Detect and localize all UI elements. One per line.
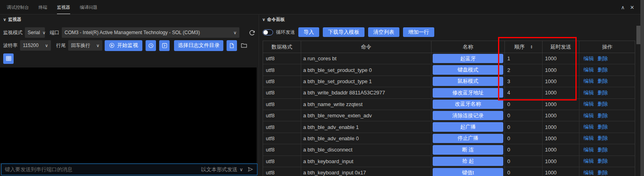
command-name-button[interactable]: 拾 起 [433, 157, 503, 166]
cell-delay: 1000 [543, 64, 579, 76]
tab-monitor[interactable]: 监视器 [57, 0, 70, 14]
command-name-button[interactable]: 修改蓝牙地址 [433, 88, 503, 97]
boxed-chevron-right-icon [162, 43, 168, 49]
cell-command: a bth_keyboard_input 0x17 [301, 167, 431, 176]
import-button[interactable]: 导入 [298, 27, 319, 37]
cell-operation: 编辑 删除 [579, 110, 635, 121]
tab-debug-console[interactable]: 调试控制台 [7, 0, 29, 14]
command-name-button[interactable]: 停止广播 [433, 134, 503, 143]
cell-delay: 1000 [543, 133, 579, 144]
command-name-button[interactable]: 鼠标模式 [433, 77, 503, 86]
log-file-button[interactable] [227, 40, 237, 51]
serial-message-input-row: 以文本形式发送 ∨ [1, 164, 257, 175]
delete-link[interactable]: 删除 [597, 169, 608, 176]
delete-link[interactable]: 删除 [597, 135, 608, 142]
edit-link[interactable]: 编辑 [583, 123, 594, 131]
close-panel-icon[interactable]: ✕ [630, 4, 634, 10]
toggle-knob [263, 30, 268, 35]
collapse-icon[interactable]: ∨ [262, 17, 265, 22]
command-name-button[interactable]: 起广播 [433, 122, 503, 131]
sort-icon[interactable]: ▲▼ [531, 45, 533, 49]
port-select[interactable]: COM3 - Intel(R) Active Management Techno… [62, 27, 239, 38]
command-name-button[interactable]: 断 连 [433, 145, 503, 154]
cell-delay: 1000 [543, 99, 579, 110]
maximize-panel-icon[interactable]: ∧ [621, 4, 625, 10]
chevron-down-icon: ∨ [239, 167, 243, 172]
serial-message-input[interactable] [5, 166, 201, 172]
tab-compile-problems[interactable]: 编译问题 [80, 0, 97, 14]
delete-link[interactable]: 删除 [597, 123, 608, 131]
cell-order: 1 [505, 53, 543, 64]
mode-value: Serial [28, 30, 40, 35]
cell-data-format: utf8 [263, 133, 301, 144]
cell-operation: 编辑 删除 [579, 76, 635, 87]
command-table-toggle-button[interactable] [3, 53, 14, 64]
refresh-ports-icon[interactable] [249, 29, 255, 36]
edit-link[interactable]: 编辑 [583, 169, 594, 176]
edit-link[interactable]: 编辑 [583, 55, 594, 62]
download-template-button[interactable]: 下载导入模板 [323, 27, 365, 37]
cell-command: a bth_write_bdaddr 8811A53C2977 [301, 87, 431, 98]
command-panel: ∨ 命令面板 循环发送 导入 下载导入模板 清空列表 增加一行 数据格式 命令 … [259, 14, 644, 176]
command-section-header[interactable]: ∨ 命令面板 [259, 14, 644, 24]
delete-link[interactable]: 删除 [597, 100, 608, 108]
delete-link[interactable]: 删除 [597, 112, 608, 119]
add-row-button[interactable]: 增加一行 [403, 27, 434, 37]
edit-link[interactable]: 编辑 [583, 135, 594, 142]
cell-name: 拾 起 [431, 156, 505, 167]
cell-command: a bth_ble_remove_exten_adv [301, 110, 431, 121]
collapse-icon[interactable]: ∨ [3, 17, 6, 22]
timestamp-button[interactable] [146, 40, 156, 51]
monitor-controls-row-1: 监视模式 Serial ∨ 端口 COM3 - Intel(R) Active … [3, 27, 259, 38]
cell-data-format: utf8 [263, 110, 301, 121]
edit-link[interactable]: 编辑 [583, 112, 594, 119]
chevron-down-icon: ∨ [233, 30, 237, 35]
line-ending-label: 行尾 [56, 42, 66, 49]
cell-order: 2 [505, 64, 543, 76]
edit-link[interactable]: 编辑 [583, 89, 594, 96]
header-delay: 延时发送 [543, 41, 579, 53]
command-name-button[interactable]: 起蓝牙 [433, 54, 503, 63]
cell-data-format: utf8 [263, 64, 301, 76]
command-name-button[interactable]: 清除连接记录 [433, 111, 503, 120]
edit-link[interactable]: 编辑 [583, 100, 594, 108]
command-name-button[interactable]: 改蓝牙名称 [433, 100, 503, 109]
send-mode-select[interactable]: 以文本形式发送 ∨ [201, 166, 243, 173]
edit-link[interactable]: 编辑 [583, 78, 594, 85]
delete-link[interactable]: 删除 [597, 66, 608, 74]
delete-link[interactable]: 删除 [597, 158, 608, 165]
monitor-controls-row-3 [3, 53, 259, 64]
select-log-dir-button[interactable]: 选择日志文件目录 [174, 40, 223, 51]
open-in-terminal-button[interactable] [159, 40, 170, 51]
open-folder-icon[interactable] [241, 42, 247, 49]
mode-select[interactable]: Serial ∨ [25, 27, 45, 38]
baud-select[interactable]: 115200 ∨ [20, 40, 51, 51]
clear-list-button[interactable]: 清空列表 [368, 27, 399, 37]
edit-link[interactable]: 编辑 [583, 146, 594, 153]
send-icon[interactable] [247, 166, 254, 172]
monitor-section-header[interactable]: ∨ 监视器 [0, 14, 259, 24]
tab-terminal[interactable]: 终端 [38, 0, 47, 14]
command-name-button[interactable]: 键值t [433, 168, 503, 176]
command-table: 数据格式 命令 名称 顺序 ▲▼ 延时发送 操作 utf8 a run_core… [263, 41, 635, 176]
start-monitor-button[interactable]: 开始监视 [105, 40, 142, 51]
line-ending-select[interactable]: 回车换行 ∨ [68, 40, 102, 51]
edit-link[interactable]: 编辑 [583, 66, 594, 74]
edit-link[interactable]: 编辑 [583, 158, 594, 165]
delete-link[interactable]: 删除 [597, 55, 608, 62]
cell-delay: 1000 [543, 110, 579, 121]
header-order: 顺序 ▲▼ [505, 41, 543, 53]
cell-name: 停止广播 [431, 133, 505, 144]
chevron-down-icon: ∨ [43, 30, 46, 35]
cell-data-format: utf8 [263, 156, 301, 167]
delete-link[interactable]: 删除 [597, 89, 608, 96]
delete-link[interactable]: 删除 [597, 78, 608, 85]
table-scrollbar-thumb[interactable] [636, 26, 640, 44]
delete-link[interactable]: 删除 [597, 146, 608, 153]
monitor-controls-row-2: 波特率 115200 ∨ 行尾 回车换行 ∨ [3, 40, 259, 51]
loop-send-toggle[interactable] [263, 29, 273, 35]
window-edge-strip [640, 0, 644, 176]
chevron-down-icon: ∨ [96, 43, 99, 48]
cell-operation: 编辑 删除 [579, 87, 635, 98]
command-name-button[interactable]: 键盘模式 [433, 65, 503, 74]
